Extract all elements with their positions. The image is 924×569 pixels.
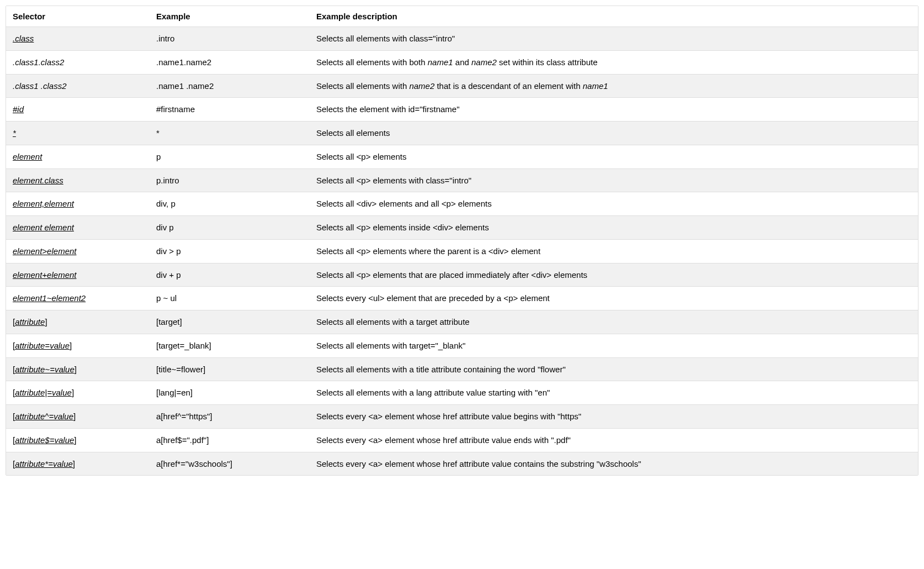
table-row: [attribute~=value][title~=flower]Selects…	[6, 357, 918, 381]
cell-selector: [attribute*=value]	[6, 452, 150, 475]
cell-example: [target]	[150, 310, 310, 334]
cell-selector: [attribute^=value]	[6, 405, 150, 429]
selector-link[interactable]: attribute~=value	[15, 365, 75, 374]
cell-description: Selects every <a> element whose href att…	[310, 452, 918, 475]
cell-example: div + p	[150, 263, 310, 287]
cell-selector: .class1.class2	[6, 50, 150, 74]
cell-example: .intro	[150, 27, 310, 51]
table-row: element>elementdiv > pSelects all <p> el…	[6, 239, 918, 263]
selector-bracket: ]	[73, 412, 76, 421]
cell-selector: [attribute=value]	[6, 334, 150, 357]
selector-link[interactable]: element+element	[13, 270, 77, 280]
table-row: [attribute=value][target=_blank]Selects …	[6, 334, 918, 357]
cell-selector: element element	[6, 216, 150, 240]
cell-description: Selects all elements with a title attrib…	[310, 357, 918, 381]
cell-description: Selects all elements with target="_blank…	[310, 334, 918, 357]
selector-bracket: ]	[70, 341, 72, 350]
cell-selector: .class1 .class2	[6, 74, 150, 98]
cell-example: [target=_blank]	[150, 334, 310, 357]
table-row: #id#firstnameSelects the element with id…	[6, 98, 918, 122]
selectors-table-wrap: Selector Example Example description .cl…	[6, 6, 918, 476]
cell-description: Selects all elements with both name1 and…	[310, 50, 918, 74]
table-row: [attribute^=value]a[href^="https"]Select…	[6, 405, 918, 429]
cell-description: Selects every <a> element whose href att…	[310, 405, 918, 429]
header-selector: Selector	[6, 6, 150, 27]
cell-description: Selects all <p> elements where the paren…	[310, 239, 918, 263]
selector-bracket: ]	[75, 365, 77, 374]
cell-description: Selects all elements with name2 that is …	[310, 74, 918, 98]
selectors-table: Selector Example Example description .cl…	[6, 6, 918, 475]
table-row: .class1 .class2.name1 .name2Selects all …	[6, 74, 918, 98]
cell-selector: element,element	[6, 192, 150, 216]
selector-text: .class1.class2	[13, 57, 64, 67]
cell-description: Selects all elements with a lang attribu…	[310, 381, 918, 405]
cell-description: Selects all <p> elements inside <div> el…	[310, 216, 918, 240]
cell-example: *	[150, 122, 310, 145]
table-row: element.classp.introSelects all <p> elem…	[6, 168, 918, 192]
selector-link[interactable]: *	[13, 128, 16, 138]
selector-link[interactable]: element>element	[13, 246, 77, 256]
cell-description: Selects every <ul> element that are prec…	[310, 287, 918, 310]
table-row: element+elementdiv + pSelects all <p> el…	[6, 263, 918, 287]
table-header-row: Selector Example Example description	[6, 6, 918, 27]
selector-link[interactable]: attribute$=value	[15, 435, 74, 445]
cell-example: .name1.name2	[150, 50, 310, 74]
table-row: .class.introSelects all elements with cl…	[6, 27, 918, 51]
table-row: element elementdiv pSelects all <p> elem…	[6, 216, 918, 240]
selector-link[interactable]: element element	[13, 223, 74, 232]
cell-selector: element.class	[6, 168, 150, 192]
cell-example: div p	[150, 216, 310, 240]
cell-selector: element>element	[6, 239, 150, 263]
cell-example: .name1 .name2	[150, 74, 310, 98]
cell-selector: [attribute~=value]	[6, 357, 150, 381]
selector-link[interactable]: element	[13, 152, 42, 161]
cell-description: Selects all <p> elements	[310, 145, 918, 168]
cell-example: [lang|=en]	[150, 381, 310, 405]
cell-description: Selects all elements with a target attri…	[310, 310, 918, 334]
cell-example: p	[150, 145, 310, 168]
selector-bracket: ]	[72, 388, 74, 397]
cell-example: a[href*="w3schools"]	[150, 452, 310, 475]
selector-link[interactable]: element,element	[13, 199, 74, 208]
cell-description: Selects all <p> elements with class="int…	[310, 168, 918, 192]
table-body: .class.introSelects all elements with cl…	[6, 27, 918, 476]
cell-description: Selects the element with id="firstname"	[310, 98, 918, 122]
selector-text: .class1 .class2	[13, 81, 67, 91]
table-row: elementpSelects all <p> elements	[6, 145, 918, 168]
selector-link[interactable]: attribute*=value	[15, 459, 73, 468]
cell-description: Selects all <div> elements and all <p> e…	[310, 192, 918, 216]
cell-selector: element1~element2	[6, 287, 150, 310]
selector-link[interactable]: #id	[13, 104, 24, 114]
cell-example: #firstname	[150, 98, 310, 122]
cell-description: Selects all elements with class="intro"	[310, 27, 918, 51]
selector-link[interactable]: attribute=value	[15, 341, 70, 350]
cell-description: Selects all <p> elements that are placed…	[310, 263, 918, 287]
cell-example: p.intro	[150, 168, 310, 192]
cell-example: div, p	[150, 192, 310, 216]
cell-selector: element	[6, 145, 150, 168]
cell-selector: *	[6, 122, 150, 145]
selector-bracket: ]	[74, 435, 76, 445]
selector-bracket: ]	[73, 459, 75, 468]
table-row: element1~element2p ~ ulSelects every <ul…	[6, 287, 918, 310]
cell-selector: [attribute]	[6, 310, 150, 334]
cell-example: [title~=flower]	[150, 357, 310, 381]
header-example: Example	[150, 6, 310, 27]
selector-link[interactable]: attribute|=value	[15, 388, 72, 397]
selector-link[interactable]: element.class	[13, 176, 63, 185]
table-row: [attribute|=value][lang|=en]Selects all …	[6, 381, 918, 405]
cell-example: a[href^="https"]	[150, 405, 310, 429]
selector-link[interactable]: .class	[13, 34, 34, 43]
selector-link[interactable]: attribute^=value	[15, 412, 73, 421]
table-row: .class1.class2.name1.name2Selects all el…	[6, 50, 918, 74]
selector-link[interactable]: element1~element2	[13, 293, 86, 303]
table-row: [attribute$=value]a[href$=".pdf"]Selects…	[6, 428, 918, 452]
header-desc: Example description	[310, 6, 918, 27]
table-row: [attribute][target]Selects all elements …	[6, 310, 918, 334]
table-row: [attribute*=value]a[href*="w3schools"]Se…	[6, 452, 918, 475]
selector-link[interactable]: attribute	[15, 317, 45, 326]
cell-description: Selects every <a> element whose href att…	[310, 428, 918, 452]
cell-example: p ~ ul	[150, 287, 310, 310]
cell-selector: [attribute|=value]	[6, 381, 150, 405]
cell-selector: [attribute$=value]	[6, 428, 150, 452]
